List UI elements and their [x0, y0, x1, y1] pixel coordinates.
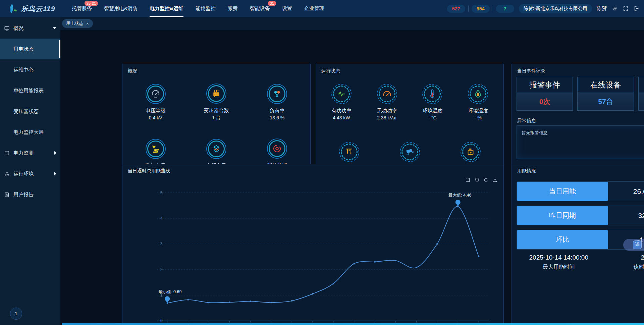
- sidebar-item[interactable]: 运维中心: [0, 59, 60, 80]
- power-at-max-time: 2.51 kW 该时间有功功率: [606, 254, 644, 271]
- nav-item[interactable]: 电力监控&运维: [150, 0, 183, 17]
- counter-badge[interactable]: 527: [447, 5, 465, 13]
- gear-icon[interactable]: [612, 6, 618, 11]
- metric-value: 13.6 %: [270, 115, 285, 120]
- loadrate-icon: [272, 89, 282, 99]
- energy-row-button[interactable]: 昨日同期: [517, 206, 608, 225]
- counter-badge[interactable]: 7: [496, 5, 514, 13]
- nav-actions: [612, 6, 639, 11]
- metric-card[interactable]: 负荷率13.6 %: [267, 84, 287, 120]
- metric-card[interactable]: 变压器台数1 台: [204, 84, 229, 121]
- metric-ring: [422, 84, 442, 104]
- logout-icon[interactable]: [634, 6, 639, 11]
- chart-zoom-icon[interactable]: [465, 177, 470, 182]
- speedo-icon: [382, 89, 392, 99]
- metric-value: 1 台: [212, 115, 221, 121]
- metric-row: 电压等级0.4 kV变压器台数1 台负荷率13.6 %: [125, 75, 308, 130]
- max-energy-time: 2025-10-14 14:00:00 最大用能时间: [512, 254, 606, 271]
- metric-label: 负荷率: [270, 108, 285, 114]
- chart-panel: 当日逐时总用能曲线 01234500:0001:0002:0003:0004:0…: [122, 164, 504, 325]
- metric-card[interactable]: 环境湿度- %: [468, 84, 488, 120]
- sidebar-section-label: 用户报告: [13, 192, 34, 198]
- tab-label: 用电状态: [66, 20, 84, 26]
- layers-icon: [211, 144, 221, 154]
- event-card[interactable]: 报警事件0次: [517, 77, 573, 111]
- nav-item[interactable]: 31智能设备: [250, 0, 270, 17]
- counter-badge[interactable]: 954: [472, 5, 490, 13]
- nav-item[interactable]: 企业管理: [304, 0, 324, 17]
- nav-item[interactable]: 智慧用电&消防: [104, 0, 138, 17]
- event-card-label: 在线设备: [578, 77, 633, 93]
- sidebar-section[interactable]: 概况: [0, 18, 60, 39]
- energy-curve-chart[interactable]: 01234500:0001:0002:0003:0004:0005:0006:0…: [122, 164, 503, 325]
- nav-item-label: 缴费: [228, 5, 238, 12]
- sidebar-item[interactable]: 用电状态: [0, 39, 60, 59]
- chart-restore-icon[interactable]: [474, 177, 479, 182]
- nav-item-label: 企业管理: [304, 5, 324, 12]
- fullscreen-icon[interactable]: [623, 6, 629, 11]
- svg-text:2: 2: [160, 267, 163, 272]
- company-selector[interactable]: 陈贺>新北京乐鸟科技有限公司: [519, 4, 592, 13]
- metric-row: 有功功率4.43 kW无功功率2.38 kVar环境温度- °C环境湿度- %: [319, 75, 501, 130]
- chart-refresh-icon[interactable]: [483, 177, 488, 182]
- sidebar: 概况用电状态运维中心单位用能报表变压器状态电力监控大屏电力监测运行环境用户报告 …: [0, 17, 60, 325]
- svg-text:最小值: 0.69: 最小值: 0.69: [159, 289, 182, 294]
- sidebar-item[interactable]: 变压器状态: [0, 101, 60, 122]
- nav-item[interactable]: 设置: [282, 0, 292, 17]
- event-card[interactable]: 失联设备0台: [638, 77, 644, 111]
- svg-text:0: 0: [160, 318, 163, 323]
- brand[interactable]: 乐鸟云119: [0, 3, 60, 14]
- sidebar-section[interactable]: 运行环境: [0, 163, 60, 184]
- metric-label: 有功功率: [331, 108, 352, 114]
- nav-item-label: 能耗监控: [196, 5, 216, 12]
- energy-row-button[interactable]: 当日用能: [517, 182, 608, 201]
- sidebar-item-label: 电力监控大屏: [13, 129, 44, 136]
- sidebar-section[interactable]: 电力监测: [0, 143, 60, 163]
- translate-icon[interactable]: 译: [633, 240, 642, 249]
- metric-card[interactable]: 无功功率2.38 kVar: [377, 84, 397, 120]
- power-at-max-time-label: 该时间有功功率: [634, 264, 644, 271]
- metric-label: 无功功率: [377, 108, 397, 114]
- event-card[interactable]: 在线设备57台: [577, 77, 634, 111]
- nav-item[interactable]: 能耗监控: [196, 0, 216, 17]
- sidebar-item[interactable]: 电力监控大屏: [0, 122, 60, 143]
- metric-value: 2.38 kVar: [377, 115, 397, 120]
- exception-label: 异常信息: [517, 118, 536, 124]
- metric-card[interactable]: 有功功率4.43 kW: [331, 84, 352, 120]
- nav-item[interactable]: 25-21托管服务: [72, 0, 92, 17]
- max-energy-time-label: 最大用能时间: [543, 264, 575, 271]
- nav-menu: 25-21托管服务智慧用电&消防电力监控&运维能耗监控缴费31智能设备设置企业管…: [72, 0, 324, 17]
- sidebar-item[interactable]: 单位用能报表: [0, 80, 60, 101]
- nav-right: 5279547 陈贺>新北京乐鸟科技有限公司 陈贺: [447, 4, 644, 13]
- event-card-label: 失联设备: [639, 77, 644, 93]
- circuit-icon: [344, 147, 354, 157]
- page-indicator-badge[interactable]: 1: [10, 308, 22, 320]
- metric-card[interactable]: 电压等级0.4 kV: [146, 84, 166, 120]
- svg-text:4: 4: [160, 216, 163, 221]
- max-energy-time-value: 2025-10-14 14:00:00: [529, 254, 588, 261]
- metric-value: - %: [475, 115, 482, 120]
- top-navbar: 乐鸟云119 25-21托管服务智慧用电&消防电力监控&运维能耗监控缴费31智能…: [0, 0, 644, 17]
- nav-item[interactable]: 缴费: [228, 0, 238, 17]
- close-icon[interactable]: ×: [86, 21, 89, 26]
- main-content: 概况 电压等级0.4 kV变压器台数1 台负荷率13.6 %装机容量500 kV…: [60, 30, 644, 325]
- svg-text:最大值: 4.46: 最大值: 4.46: [448, 193, 472, 198]
- power-at-max-time-value: 2.51 kW: [641, 254, 644, 261]
- horizontal-scrollbar[interactable]: [62, 323, 644, 325]
- nav-item-label: 智能设备: [250, 5, 270, 12]
- chart-download-icon[interactable]: [492, 177, 497, 182]
- sidebar-item-label: 用电状态: [13, 46, 34, 52]
- sidebar-item-label: 单位用能报表: [13, 88, 44, 94]
- metric-label: 电压等级: [146, 108, 166, 114]
- sidebar-section-label: 运行环境: [13, 171, 34, 177]
- svg-text:3: 3: [160, 241, 163, 246]
- energy-row-button[interactable]: 环比: [517, 230, 608, 249]
- translate-widget[interactable]: 译: [623, 239, 644, 251]
- sidebar-section[interactable]: 用户报告: [0, 184, 60, 205]
- username[interactable]: 陈贺: [597, 5, 607, 12]
- dashboard-icon: [4, 25, 10, 31]
- metric-card[interactable]: 环境温度- °C: [422, 84, 442, 120]
- tab-power-status[interactable]: 用电状态 ×: [62, 19, 93, 28]
- solar-icon: [151, 144, 161, 154]
- metric-ring: [377, 84, 397, 104]
